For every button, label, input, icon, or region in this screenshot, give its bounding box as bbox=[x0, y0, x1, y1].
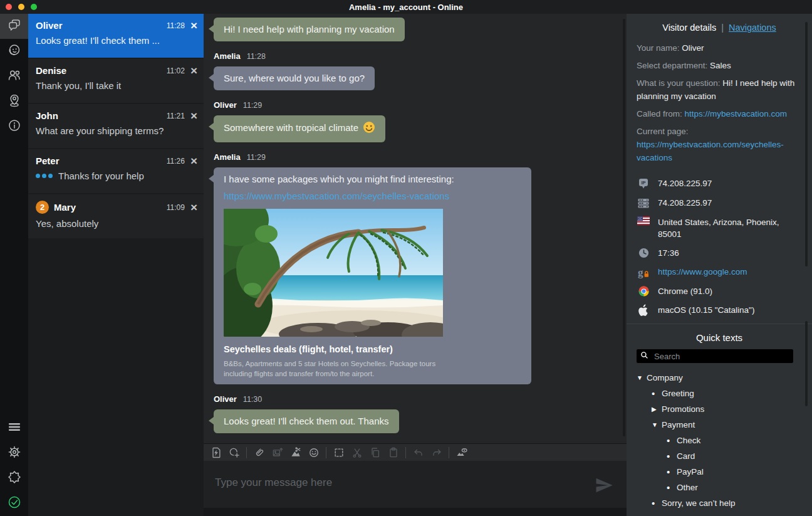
panel-tabs: Visitor details|Navigations bbox=[627, 14, 812, 35]
field-row: Select department: Sales bbox=[637, 59, 799, 72]
chat-list: Oliver 11:28 × Looks great! I'll check t… bbox=[28, 14, 204, 516]
field-row: Your name: Oliver bbox=[637, 41, 799, 55]
undo-icon[interactable] bbox=[409, 445, 427, 460]
tree-node-wrong-line[interactable]: •Wrong support line bbox=[637, 513, 812, 516]
info-row: United States, Arizona, Phoenix, 85001 bbox=[637, 216, 797, 240]
ip-pin-icon: IP bbox=[637, 177, 650, 190]
burst-icon bbox=[7, 470, 22, 487]
field-row: What is your question: Hi! I need help w… bbox=[637, 76, 799, 103]
nav-agent[interactable] bbox=[0, 39, 28, 64]
svg-text:IP: IP bbox=[641, 180, 645, 186]
message-input[interactable] bbox=[204, 461, 586, 507]
nav-notifications[interactable] bbox=[0, 466, 28, 491]
visitor-details-panel: Visitor details|Navigations Your name: O… bbox=[627, 14, 812, 516]
quick-text-icon[interactable] bbox=[207, 445, 225, 460]
tree-node-sorry[interactable]: •Sorry, we can’t help bbox=[637, 498, 812, 508]
tree-node-check[interactable]: •Check bbox=[637, 435, 812, 446]
insert-quick-text-icon[interactable] bbox=[225, 445, 243, 460]
minimize-window-button[interactable] bbox=[18, 4, 24, 10]
redo-icon[interactable] bbox=[427, 445, 445, 460]
attach-file-icon[interactable] bbox=[250, 445, 268, 460]
cut-icon[interactable] bbox=[348, 445, 366, 460]
seychelles-beach-image[interactable] bbox=[224, 209, 443, 337]
tree-node-greeting[interactable]: •Greeting bbox=[637, 388, 812, 399]
nav-info[interactable] bbox=[0, 114, 28, 139]
select-icon[interactable] bbox=[330, 445, 348, 460]
close-chat-icon[interactable]: × bbox=[190, 112, 197, 120]
close-window-button[interactable] bbox=[6, 4, 12, 10]
nav-settings[interactable] bbox=[0, 441, 28, 466]
field-row: Called from: https://mybestvacation.com bbox=[637, 107, 799, 120]
collapse-icon[interactable]: ▼ bbox=[637, 374, 647, 381]
chats-icon bbox=[7, 18, 22, 35]
collapse-icon[interactable]: ▼ bbox=[652, 421, 662, 428]
info-row: g https://www.google.com bbox=[637, 266, 797, 278]
chat-list-item[interactable]: Oliver 11:28 × Looks great! I'll check t… bbox=[28, 14, 204, 58]
tree-node-promotions[interactable]: ▶Promotions bbox=[637, 404, 812, 414]
card-description: B&Bs, Apartments and 5 star Hotels on Se… bbox=[224, 359, 459, 379]
send-message-icon[interactable] bbox=[594, 476, 614, 497]
toolbar-separator bbox=[326, 447, 326, 458]
nav-visitors[interactable] bbox=[0, 64, 28, 89]
tab-navigations[interactable]: Navigations bbox=[729, 23, 776, 33]
called-from-link[interactable]: https://mybestvacation.com bbox=[685, 109, 788, 118]
vacation-page-link[interactable]: https://www.mybestvacation.com/seychelle… bbox=[224, 190, 521, 203]
screenshot-icon[interactable] bbox=[286, 445, 304, 460]
titlebar: Amelia - my_account - Online bbox=[0, 0, 812, 14]
referrer-link[interactable]: https://www.google.com bbox=[658, 266, 747, 278]
visitor-message: Hi! I need help with planning my vacatio… bbox=[214, 18, 405, 41]
bullet-icon: • bbox=[667, 438, 677, 444]
message-meta: Amelia11:29 bbox=[214, 152, 622, 162]
current-page-link[interactable]: https://mybestvacation.com/seychelles-va… bbox=[637, 140, 784, 162]
tree-node-company[interactable]: ▼Company bbox=[637, 372, 812, 383]
toolbar-separator bbox=[449, 447, 449, 458]
server-icon bbox=[637, 197, 650, 209]
quick-text-search-input[interactable] bbox=[653, 351, 789, 362]
us-flag-icon bbox=[637, 216, 650, 225]
zoom-window-button[interactable] bbox=[31, 4, 37, 10]
online-check-icon bbox=[7, 495, 22, 512]
chat-preview: Yes, absolutely bbox=[36, 218, 197, 229]
close-chat-icon[interactable]: × bbox=[190, 67, 197, 75]
nav-chats[interactable] bbox=[0, 14, 28, 39]
upload-image-icon[interactable] bbox=[268, 445, 286, 460]
nav-map[interactable] bbox=[0, 89, 28, 114]
image-preview-icon[interactable] bbox=[452, 445, 471, 460]
tree-node-other[interactable]: •Other bbox=[637, 482, 812, 493]
close-chat-icon[interactable]: × bbox=[190, 157, 197, 165]
close-chat-icon[interactable]: × bbox=[190, 204, 197, 211]
emoji-icon[interactable] bbox=[304, 445, 323, 460]
close-chat-icon[interactable]: × bbox=[190, 22, 197, 29]
chat-list-item[interactable]: Denise 11:02 × Thank you, I'll take it bbox=[28, 59, 204, 103]
tree-node-payment[interactable]: ▼Payment bbox=[637, 419, 812, 430]
chat-list-item[interactable]: John 11:21 × What are your shipping term… bbox=[28, 104, 204, 148]
window-title: Amelia - my_account - Online bbox=[349, 3, 463, 12]
chat-scrollbar[interactable] bbox=[623, 19, 625, 436]
details-scrollbar[interactable] bbox=[805, 22, 808, 266]
chat-main: Hi! I need help with planning my vacatio… bbox=[204, 14, 627, 516]
nav-menu[interactable] bbox=[0, 416, 28, 441]
bullet-icon: • bbox=[652, 500, 662, 507]
chat-list-item[interactable]: 2 Mary 11:09 × Yes, absolutely bbox=[28, 194, 204, 238]
message-meta: Oliver11:30 bbox=[214, 394, 622, 404]
chat-name: Denise bbox=[36, 65, 66, 76]
copy-icon[interactable] bbox=[366, 445, 384, 460]
expand-icon[interactable]: ▶ bbox=[652, 406, 662, 413]
chat-preview: What are your shipping terms? bbox=[36, 125, 197, 136]
smiling-face-emoji bbox=[363, 125, 375, 135]
visitors-icon bbox=[7, 68, 22, 85]
tree-node-card[interactable]: •Card bbox=[637, 451, 812, 461]
chat-name: Mary bbox=[54, 202, 76, 213]
nav-online-status[interactable] bbox=[0, 491, 28, 516]
paste-icon[interactable] bbox=[384, 445, 402, 460]
left-nav bbox=[0, 14, 28, 516]
info-row: macOS (10.15 "Catalina") bbox=[637, 304, 797, 317]
chat-list-item[interactable]: Peter 11:26 × Thanks for your help bbox=[28, 149, 204, 193]
chat-time: 11:26 bbox=[167, 157, 185, 166]
chat-time: 11:28 bbox=[167, 21, 185, 30]
search-icon bbox=[640, 350, 648, 362]
tab-visitor-details[interactable]: Visitor details bbox=[662, 23, 716, 33]
agent-message-card: I have some packages which you might fin… bbox=[214, 167, 531, 384]
quick-texts-scrollbar[interactable] bbox=[805, 321, 808, 406]
tree-node-paypal[interactable]: •PayPal bbox=[637, 466, 812, 477]
